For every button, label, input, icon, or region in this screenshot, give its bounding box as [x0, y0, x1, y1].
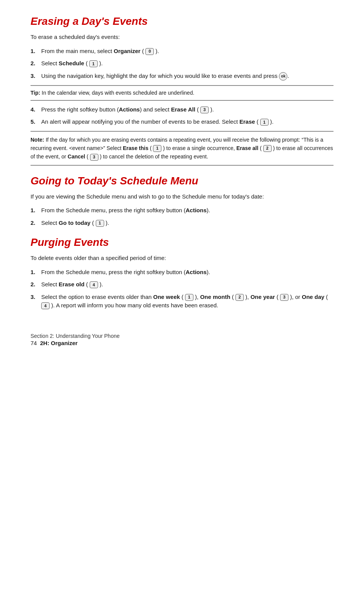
- note-text: If the day for which you are erasing eve…: [31, 137, 333, 160]
- tip-box: Tip: In the calendar view, days with eve…: [31, 85, 333, 101]
- step-2-bold: Schedule: [59, 60, 84, 66]
- section1-intro: To erase a scheduled day's events:: [31, 33, 333, 42]
- note-box: Note: If the day for which you are erasi…: [31, 131, 333, 166]
- note-bold2: Erase all: [237, 145, 259, 151]
- section2-step-1: 1. From the Schedule menu, press the rig…: [31, 206, 333, 215]
- kbd-0: 0: [145, 48, 154, 55]
- note-bold3: Cancel: [68, 153, 85, 160]
- step-2-number: 2.: [31, 59, 41, 68]
- tip-label: Tip:: [31, 90, 40, 96]
- kbd-4a: 4: [90, 281, 98, 288]
- section1-steps-continued: 4. Press the right softkey button (Actio…: [31, 105, 333, 126]
- note-bold1: Erase this: [123, 145, 148, 151]
- section3-step-3: 3. Select the option to erase events old…: [31, 293, 333, 310]
- step-4-bold2: Erase All: [171, 106, 195, 113]
- section3-bold3: One year: [250, 294, 275, 300]
- section-going-to-today: Going to Today's Schedule Menu If you ar…: [31, 175, 333, 228]
- step-1-number: 1.: [31, 47, 41, 56]
- section-erasing-days-events: Erasing a Day's Events To erase a schedu…: [31, 15, 333, 166]
- section2-step-2-number: 2.: [31, 219, 41, 228]
- kbd-1b: 1: [260, 119, 269, 126]
- step-3: 3. Using the navigation key, highlight t…: [31, 72, 333, 81]
- ok-button-icon: ok: [279, 72, 287, 81]
- section2-steps: 1. From the Schedule menu, press the rig…: [31, 206, 333, 227]
- kbd-1d: 1: [96, 220, 104, 227]
- section3-step-1-bold: Actions: [186, 269, 207, 275]
- footer: Section 2: Understanding Your Phone 74 2…: [31, 333, 333, 346]
- step-5: 5. An alert will appear notifying you of…: [31, 118, 333, 126]
- section3-steps: 1. From the Schedule menu, press the rig…: [31, 268, 333, 310]
- section3-bold1: One week: [153, 294, 180, 300]
- section3-step-1-number: 1.: [31, 268, 41, 277]
- footer-section-ref: Section 2: Understanding Your Phone: [31, 333, 333, 339]
- section-purging-events: Purging Events To delete events older th…: [31, 236, 333, 310]
- section3-step-2-number: 2.: [31, 280, 41, 289]
- kbd-2a: 2: [263, 145, 272, 152]
- step-4-content: Press the right softkey button (Actions)…: [41, 105, 333, 114]
- kbd-3a: 3: [200, 107, 209, 113]
- section2-step-2: 2. Select Go to today ( 1 ).: [31, 219, 333, 228]
- section2-step-2-content: Select Go to today ( 1 ).: [41, 219, 333, 228]
- step-3-number: 3.: [31, 72, 41, 81]
- section3-title: Purging Events: [31, 236, 333, 249]
- note-label: Note:: [31, 137, 44, 143]
- kbd-1e: 1: [185, 294, 193, 301]
- section2-step-1-number: 1.: [31, 206, 41, 215]
- section3-step-3-number: 3.: [31, 293, 41, 302]
- section2-title: Going to Today's Schedule Menu: [31, 175, 333, 187]
- kbd-1a: 1: [89, 60, 98, 67]
- step-5-number: 5.: [31, 118, 41, 126]
- section3-step-1: 1. From the Schedule menu, press the rig…: [31, 268, 333, 277]
- section3-bold4: One day: [302, 294, 324, 300]
- section3-step-2: 2. Select Erase old ( 4 ).: [31, 280, 333, 289]
- section3-step-1-content: From the Schedule menu, press the right …: [41, 268, 333, 277]
- step-4: 4. Press the right softkey button (Actio…: [31, 105, 333, 114]
- section1-title: Erasing a Day's Events: [31, 15, 333, 27]
- step-1: 1. From the main menu, select Organizer …: [31, 47, 333, 56]
- step-2: 2. Select Schedule ( 1 ).: [31, 59, 333, 68]
- section1-steps: 1. From the main menu, select Organizer …: [31, 47, 333, 81]
- kbd-4b: 4: [41, 302, 50, 309]
- section3-bold2: One month: [200, 294, 230, 300]
- step-5-bold: Erase: [239, 118, 255, 125]
- footer-page-info: 74 2H: Organizer: [31, 340, 333, 346]
- section2-intro: If you are viewing the Schedule menu and…: [31, 192, 333, 201]
- footer-chapter: 2H: Organizer: [40, 340, 77, 346]
- tip-text: In the calendar view, days with events s…: [42, 90, 194, 96]
- kbd-3c: 3: [280, 294, 288, 301]
- step-1-bold: Organizer: [114, 48, 140, 54]
- step-5-content: An alert will appear notifying you of th…: [41, 118, 333, 126]
- step-3-content: Using the navigation key, highlight the …: [41, 72, 333, 81]
- step-4-bold1: Actions: [119, 106, 140, 113]
- kbd-3b: 3: [90, 154, 98, 161]
- section3-step-2-content: Select Erase old ( 4 ).: [41, 280, 333, 289]
- section2-step-1-bold: Actions: [186, 207, 207, 213]
- step-4-number: 4.: [31, 105, 41, 114]
- section3-step-3-content: Select the option to erase events older …: [41, 293, 333, 310]
- step-2-content: Select Schedule ( 1 ).: [41, 59, 333, 68]
- kbd-2b: 2: [235, 294, 244, 301]
- footer-page-number: 74: [31, 340, 37, 346]
- section2-step-2-bold: Go to today: [59, 220, 90, 226]
- kbd-1c: 1: [153, 145, 161, 152]
- section3-intro: To delete events older than a specified …: [31, 254, 333, 263]
- section2-step-1-content: From the Schedule menu, press the right …: [41, 206, 333, 215]
- section3-step-2-bold: Erase old: [59, 281, 85, 287]
- step-1-content: From the main menu, select Organizer ( 0…: [41, 47, 333, 56]
